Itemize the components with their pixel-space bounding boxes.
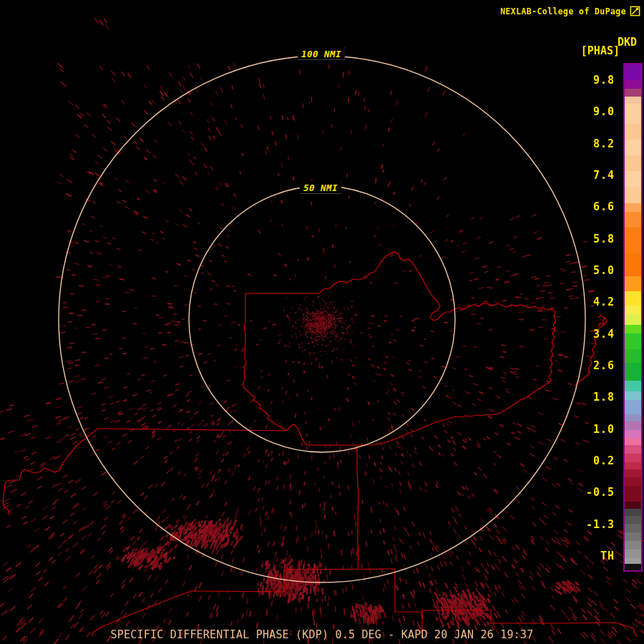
colorbar-segment [625,541,641,550]
colorbar-segment [625,469,641,477]
colorbar-segment [625,391,641,400]
colorbar-segment [625,445,641,454]
colorbar-segment [625,564,641,570]
county-boundary-line [319,252,556,445]
colorbar-segment [625,381,641,391]
status-bar: SPECIFIC DIFFERENTIAL PHASE (KDP) 0.5 DE… [111,628,534,641]
scale-label: 8.2 [579,137,615,150]
colorbar-segment [625,64,641,80]
county-boundary-line [191,570,284,592]
colorbar-segment [625,104,641,124]
radar-app-window: NEXLAB-College of DuPage DKD [PHAS] 9.89… [0,0,644,644]
colorbar-segment [625,306,641,314]
colorbar-segment [625,454,641,462]
colorbar-segment [625,462,641,469]
colorbar-segment [625,524,641,532]
county-boundary-line [284,569,395,570]
colorbar-segment [625,97,641,104]
county-boundary-line [98,429,286,431]
range-ring [189,186,455,452]
scale-label: 1.0 [579,423,615,436]
colorbar-segment [625,532,641,541]
scale-label: 9.0 [579,105,615,118]
colorbar-segment [625,349,641,363]
county-boundary-line [395,569,637,637]
colorbar-segment [625,187,641,203]
colorbar-segment [625,486,641,502]
colorbar-segment [625,171,641,187]
colorbar-segment [625,155,641,171]
colorbar-segment [625,228,641,253]
colorbar-segment [625,124,641,140]
colorbar-segment [625,558,641,564]
colorbar-segment [625,276,641,291]
colorbar-segment [625,291,641,306]
scale-label: -0.5 [579,486,615,499]
colorbar-segment [625,80,641,89]
colorbar-segment [625,203,641,212]
header: NEXLAB-College of DuPage [500,5,641,17]
site-title: NEXLAB-College of DuPage [500,6,626,16]
county-boundary-line [243,293,286,431]
scale-label: 1.8 [579,391,615,404]
scale-label: TH [579,550,615,562]
colorbar-segment [625,400,641,414]
colorbar-segment [625,333,641,349]
colorbar-segment [625,89,641,97]
county-boundary-line [357,445,358,569]
colorbar-segment [625,438,641,445]
scale-label: 9.8 [579,74,615,87]
colorbar-segment [625,212,641,228]
county-boundary-line [286,424,357,445]
scale-label: 4.2 [579,296,615,308]
scale-label: 5.0 [579,264,615,277]
colorbar-segment [625,314,641,325]
range-ring [59,56,585,582]
colorbar-segment [625,509,641,516]
county-boundary-line [3,429,98,515]
range-ring-label-50nmi: 50 NMI [300,182,341,194]
scale-label: 2.6 [579,359,615,372]
colorbar-segment [625,477,641,486]
colorbar-segment [625,516,641,524]
colorbar-segment [625,414,641,421]
product-code-label: DKD [618,36,637,49]
cod-logo-icon [629,5,641,17]
colorbar-segments [625,64,641,570]
colorbar-segment [625,502,641,509]
colorbar-segment [625,430,641,438]
scale-label: 6.6 [579,200,615,213]
colorbar-segment [625,253,641,276]
scale-label: 5.8 [579,233,615,245]
colorbar-segment [625,421,641,430]
colorbar-segment [625,325,641,333]
scale-label: 3.4 [579,328,615,341]
scale-label: -1.3 [579,518,615,531]
product-units-label: [PHAS] [581,44,620,57]
scale-label: 0.2 [579,454,615,467]
range-ring-label-100nmi: 100 NMI [298,48,345,60]
colorbar-segment [625,550,641,558]
map-overlay [0,0,644,644]
colorbar-segment [625,363,641,381]
colorbar-segment [625,140,641,155]
scale-label: 7.4 [579,169,615,182]
color-scale-bar [623,63,643,572]
